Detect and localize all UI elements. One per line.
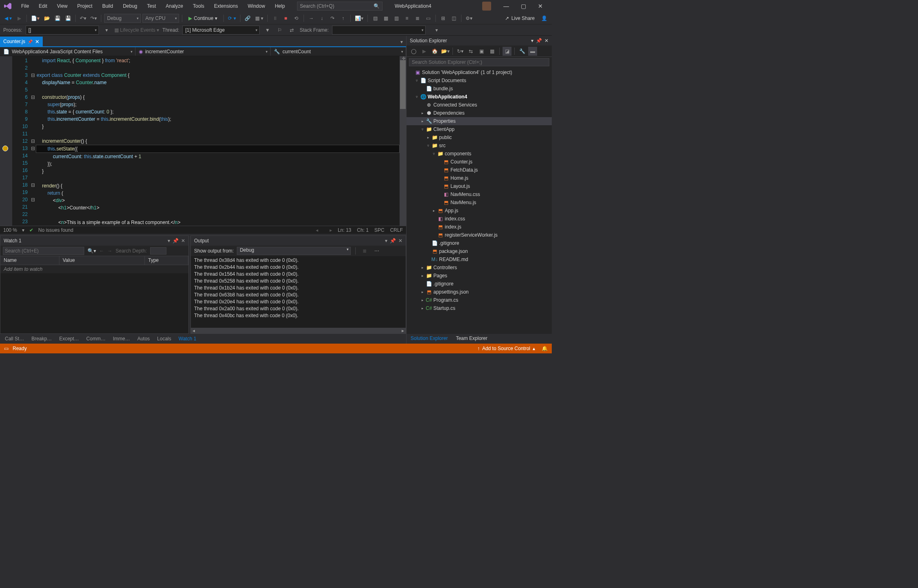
thread-dropdown[interactable]: [1] Microsoft Edge — [182, 26, 260, 35]
close-icon[interactable]: ✕ — [398, 238, 402, 244]
tree-item[interactable]: 📄bundle.js — [407, 85, 552, 93]
tree-item[interactable]: ▸⬒appsettings.json — [407, 288, 552, 296]
preview-button[interactable]: 🔧 — [518, 47, 527, 56]
config-dropdown[interactable]: Debug — [104, 14, 141, 23]
pending-button[interactable]: ↻▾ — [456, 47, 465, 56]
nav-field[interactable]: 🔧currentCount — [271, 47, 406, 56]
watch-header[interactable]: Watch 1 ▾📌✕ — [0, 236, 188, 246]
nav-fwd-button[interactable]: ▶ — [15, 14, 24, 23]
tree-item[interactable]: ▿📁ClientApp — [407, 125, 552, 133]
lifecycle-label[interactable]: ▦ Lifecycle Events ▾ — [114, 27, 159, 33]
browser-link-button[interactable]: 🔗 — [243, 14, 252, 23]
tree-item[interactable]: ▸📁Pages — [407, 272, 552, 280]
menu-extensions[interactable]: Extensions — [210, 2, 242, 11]
menu-tools[interactable]: Tools — [189, 2, 208, 11]
process-dropdown[interactable]: [] — [26, 26, 99, 35]
tree-item[interactable]: ⊕Connected Services — [407, 101, 552, 109]
spaces-mode[interactable]: SPC — [374, 227, 385, 233]
side-tab-1[interactable]: Team Explorer — [452, 334, 491, 344]
sync-button[interactable]: ⇆ — [466, 47, 475, 56]
window-btn5[interactable]: ≣ — [413, 14, 422, 23]
output-overflow[interactable]: ⋯ — [372, 246, 381, 255]
pause-button[interactable]: ⏸ — [271, 14, 280, 23]
global-search[interactable]: Search (Ctrl+Q) 🔍 — [297, 2, 382, 11]
solution-tree[interactable]: ▣Solution 'WebApplication4' (1 of 1 proj… — [407, 68, 552, 334]
chevron-up-icon[interactable]: ▴ — [533, 346, 535, 351]
col-value[interactable]: Value — [59, 256, 145, 265]
fold-column[interactable]: ⊟ ⊟ ⊟⊟ ⊟ ⊟ — [31, 56, 37, 226]
extra-btn1[interactable]: ⊞ — [439, 14, 448, 23]
tree-item[interactable]: ▸⬢Dependencies — [407, 109, 552, 117]
output-clear[interactable]: ≣ — [360, 246, 369, 255]
tree-item[interactable]: ⬒registerServiceWorker.js — [407, 231, 552, 239]
tabs-overflow[interactable]: ▾ — [397, 37, 406, 46]
nav-back-button[interactable]: ◀ ▾ — [3, 14, 13, 23]
pin-icon[interactable]: 📌 — [536, 38, 542, 44]
user-avatar[interactable] — [482, 2, 491, 11]
watch-add-row[interactable]: Add item to watch — [0, 265, 188, 273]
step-out-button[interactable]: ↑ — [339, 14, 348, 23]
window-btn2[interactable]: ▦ — [381, 14, 390, 23]
save-all-button[interactable]: 💾 — [63, 14, 72, 23]
bottom-tab-1[interactable]: Breakp… — [28, 335, 55, 343]
nav-member[interactable]: ◉incrementCounter — [136, 47, 271, 56]
tree-item[interactable]: ▿📁components — [407, 150, 552, 158]
tree-item[interactable]: ▸📁public — [407, 133, 552, 142]
collapse-button[interactable]: ▣ — [477, 47, 486, 56]
tree-item[interactable]: 📄.gitignore — [407, 239, 552, 247]
new-project-button[interactable]: 📄▾ — [30, 14, 41, 23]
continue-button[interactable]: ▶Continue ▾ — [185, 14, 221, 23]
redo-button[interactable]: ↷▾ — [89, 14, 98, 23]
output-header[interactable]: Output ▾📌✕ — [191, 236, 406, 246]
zoom-level[interactable]: 100 % — [3, 227, 17, 233]
nav-scope[interactable]: 📄WebApplication4 JavaScript Content File… — [0, 47, 136, 56]
menu-window[interactable]: Window — [244, 2, 269, 11]
tree-item[interactable]: ▿📁src — [407, 142, 552, 150]
col-type[interactable]: Type — [145, 256, 188, 265]
home-button[interactable]: 🏠 — [430, 47, 439, 56]
bottom-tab-0[interactable]: Call St… — [2, 335, 27, 343]
tree-item[interactable]: ▸C#Startup.cs — [407, 304, 552, 312]
tree-item[interactable]: ⬒package.json — [407, 247, 552, 255]
tree-root[interactable]: ▣Solution 'WebApplication4' (1 of 1 proj… — [407, 68, 552, 76]
refresh-button[interactable]: ⟳ ▾ — [227, 14, 237, 23]
tree-item[interactable]: ⬒NavMenu.js — [407, 198, 552, 207]
menu-test[interactable]: Test — [143, 2, 160, 11]
breakpoint-margin[interactable] — [0, 56, 12, 226]
toolbar-overflow[interactable]: ▾ — [432, 26, 441, 35]
view-button[interactable]: ▬ — [528, 47, 537, 56]
tree-item[interactable]: ▸⬒App.js — [407, 207, 552, 215]
panel-dropdown-icon[interactable]: ▾ — [168, 238, 170, 244]
live-share-button[interactable]: ↗ Live Share — [502, 15, 538, 21]
tab-counter-js[interactable]: Counter.js 📌 ✕ — [0, 37, 43, 46]
output-content[interactable]: The thread 0x38d4 has exited with code 0… — [191, 256, 406, 328]
menu-view[interactable]: View — [53, 2, 72, 11]
step-over-button[interactable]: ↷ — [328, 14, 337, 23]
menu-build[interactable]: Build — [98, 2, 117, 11]
menu-debug[interactable]: Debug — [119, 2, 141, 11]
bottom-tab-2[interactable]: Except… — [56, 335, 82, 343]
breakpoint-marker[interactable] — [2, 146, 8, 151]
panel-dropdown-icon[interactable]: ▾ — [385, 238, 387, 244]
process-refresh[interactable]: ▾ — [102, 26, 111, 35]
restart-button[interactable]: ⟲ — [292, 14, 301, 23]
open-button[interactable]: 📂 — [42, 14, 51, 23]
depth-input[interactable] — [150, 247, 166, 255]
tree-item[interactable]: ▸📁Controllers — [407, 264, 552, 272]
window-btn6[interactable]: ▭ — [424, 14, 433, 23]
bottom-tab-4[interactable]: Imme… — [109, 335, 133, 343]
platform-dropdown[interactable]: Any CPU — [142, 14, 179, 23]
fwd-button[interactable]: ▶ — [420, 47, 428, 56]
watch-search-input[interactable] — [3, 247, 84, 255]
thread-flag[interactable]: ⚐ — [275, 26, 284, 35]
tree-item[interactable]: ▸C#Program.cs — [407, 296, 552, 304]
back-button[interactable]: ◯ — [409, 47, 418, 56]
window-btn3[interactable]: ▥ — [392, 14, 401, 23]
extra-btn2[interactable]: ◫ — [449, 14, 458, 23]
step-into-button[interactable]: ↓ — [317, 14, 326, 23]
close-button[interactable]: ✕ — [532, 0, 549, 12]
output-source-dropdown[interactable]: Debug — [237, 247, 351, 255]
tree-item[interactable]: ⬒index.js — [407, 223, 552, 231]
code-editor[interactable]: 1234567891011121314151617181920212223 ⊟ … — [0, 56, 406, 226]
tree-item[interactable]: ◧NavMenu.css — [407, 190, 552, 198]
